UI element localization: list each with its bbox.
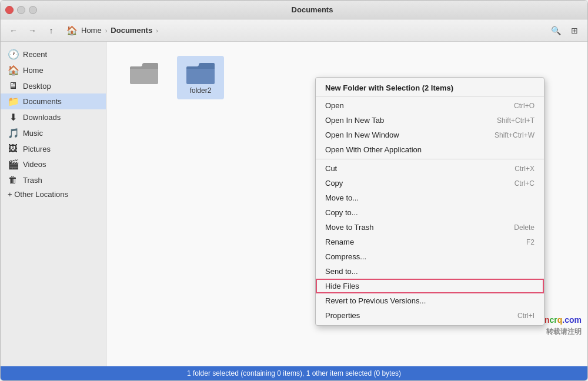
- ctx-properties[interactable]: Properties Ctrl+I: [316, 308, 544, 323]
- close-button[interactable]: [5, 6, 14, 14]
- ctx-move-to[interactable]: Move to...: [316, 190, 544, 205]
- up-button[interactable]: ↑: [43, 22, 59, 39]
- sidebar-label-recent: Recent: [23, 50, 47, 59]
- toolbar: ← → ↑ 🏠 Home › Documents › 🔍 ⊞: [1, 19, 587, 42]
- sidebar-item-desktop[interactable]: 🖥 Desktop: [1, 78, 106, 93]
- ctx-rename[interactable]: Rename F2: [316, 235, 544, 249]
- minimize-button[interactable]: [17, 6, 25, 14]
- ctx-cut[interactable]: Cut Ctrl+X: [316, 161, 544, 176]
- ctx-separator-1: [316, 159, 544, 159]
- view-toggle-button[interactable]: ⊞: [566, 22, 583, 39]
- sidebar-item-trash[interactable]: 🗑 Trash: [1, 172, 106, 188]
- sidebar-item-videos[interactable]: 🎬 Videos: [1, 156, 106, 172]
- ctx-open-new-tab[interactable]: Open In New Tab Shift+Ctrl+T: [316, 113, 544, 128]
- sidebar-item-recent[interactable]: 🕐 Recent: [1, 46, 106, 62]
- sidebar-item-music[interactable]: 🎵 Music: [1, 125, 106, 141]
- sidebar-label-home: Home: [23, 66, 44, 75]
- statusbar: 1 folder selected (containing 0 items), …: [1, 366, 587, 380]
- watermark-line2: 转载请注明: [519, 326, 582, 337]
- breadcrumb-sep1: ›: [105, 27, 108, 34]
- folder-icon-gray: [130, 61, 158, 84]
- other-locations-label: + Other Locations: [8, 190, 68, 199]
- ctx-send-to[interactable]: Send to...: [316, 264, 544, 279]
- sidebar-item-documents[interactable]: 📁 Documents: [1, 93, 106, 109]
- folder-item-gray[interactable]: [121, 56, 168, 99]
- main-area: 🕐 Recent 🏠 Home 🖥 Desktop 📁 Documents ⬇ …: [1, 42, 587, 366]
- main-window: Documents ← → ↑ 🏠 Home › Documents › 🔍 ⊞…: [0, 0, 588, 381]
- downloads-icon: ⬇: [8, 112, 18, 123]
- music-icon: 🎵: [8, 128, 18, 139]
- folder-label-folder2: folder2: [179, 86, 222, 95]
- sidebar-label-desktop: Desktop: [23, 82, 51, 91]
- sidebar-item-downloads[interactable]: ⬇ Downloads: [1, 109, 106, 125]
- sidebar-label-music: Music: [23, 129, 43, 138]
- file-area[interactable]: folder2 New Folder with Selection (2 Ite…: [106, 42, 587, 366]
- recent-icon: 🕐: [8, 49, 18, 60]
- sidebar-item-pictures[interactable]: 🖼 Pictures: [1, 141, 106, 156]
- sidebar-label-videos: Videos: [23, 160, 46, 169]
- ctx-hide-files[interactable]: Hide Files: [316, 279, 544, 293]
- trash-icon: 🗑: [8, 175, 18, 185]
- toolbar-right: 🔍 ⊞: [547, 22, 583, 39]
- documents-icon: 📁: [8, 96, 18, 107]
- ctx-copy-to[interactable]: Copy to...: [316, 205, 544, 220]
- ctx-copy[interactable]: Copy Ctrl+C: [316, 176, 544, 190]
- context-menu-header: New Folder with Selection (2 Items): [316, 80, 544, 96]
- breadcrumb-home[interactable]: Home: [79, 25, 104, 36]
- window-title: Documents: [42, 5, 583, 14]
- sidebar-label-documents: Documents: [23, 97, 62, 106]
- folder-icon-blue: [186, 61, 215, 84]
- sidebar-label-pictures: Pictures: [23, 145, 51, 153]
- home-icon: 🏠: [66, 25, 78, 36]
- forward-button[interactable]: →: [24, 22, 41, 39]
- videos-icon: 🎬: [8, 159, 18, 170]
- window-controls: [5, 6, 37, 14]
- ctx-move-trash[interactable]: Move to Trash Delete: [316, 220, 544, 235]
- breadcrumb: 🏠 Home › Documents ›: [66, 25, 540, 36]
- breadcrumb-documents[interactable]: Documents: [108, 25, 155, 36]
- sidebar-label-trash: Trash: [23, 176, 42, 185]
- statusbar-text: 1 folder selected (containing 0 items), …: [187, 369, 401, 377]
- sidebar: 🕐 Recent 🏠 Home 🖥 Desktop 📁 Documents ⬇ …: [1, 42, 106, 366]
- titlebar: Documents: [1, 1, 587, 19]
- breadcrumb-sep2: ›: [156, 27, 158, 34]
- ctx-open-with[interactable]: Open With Other Application: [316, 142, 544, 157]
- folder-item-folder2[interactable]: folder2: [177, 56, 224, 99]
- pictures-icon: 🖼: [8, 143, 18, 154]
- ctx-open-new-window[interactable]: Open In New Window Shift+Ctrl+W: [316, 128, 544, 142]
- desktop-icon: 🖥: [8, 81, 18, 91]
- sidebar-item-home[interactable]: 🏠 Home: [1, 62, 106, 78]
- ctx-revert[interactable]: Revert to Previous Versions...: [316, 293, 544, 308]
- home-sidebar-icon: 🏠: [8, 65, 18, 76]
- ctx-open[interactable]: Open Ctrl+O: [316, 98, 544, 113]
- search-button[interactable]: 🔍: [547, 22, 564, 39]
- back-button[interactable]: ←: [5, 22, 22, 39]
- context-menu: New Folder with Selection (2 Items) Open…: [315, 77, 544, 326]
- sidebar-label-downloads: Downloads: [23, 113, 61, 122]
- maximize-button[interactable]: [29, 6, 37, 14]
- sidebar-item-other-locations[interactable]: + Other Locations: [1, 188, 106, 201]
- ctx-compress[interactable]: Compress...: [316, 249, 544, 264]
